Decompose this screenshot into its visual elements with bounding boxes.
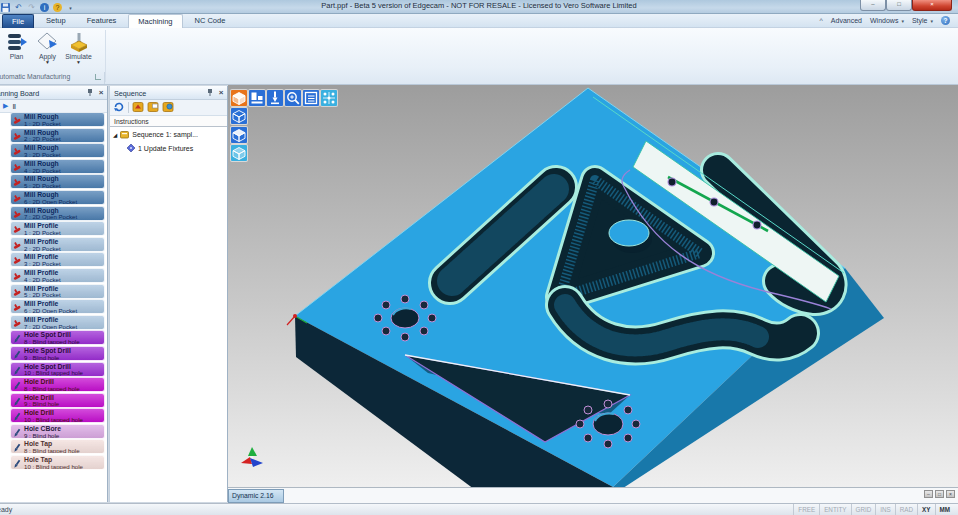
save-icon[interactable] bbox=[0, 2, 11, 13]
close-icon[interactable]: × bbox=[97, 88, 105, 97]
ribbon-tab-bar: FileSetupFeaturesMachiningNC Code ^ Adva… bbox=[0, 14, 958, 28]
planning-item[interactable]: Mill Rough3 : 2D Pocket bbox=[10, 143, 105, 158]
refresh-icon[interactable] bbox=[113, 99, 125, 117]
hidden-line-cube-icon[interactable] bbox=[231, 127, 247, 143]
machine-globe-icon[interactable] bbox=[162, 99, 174, 117]
machine-window-icon[interactable] bbox=[147, 99, 159, 117]
pause-icon[interactable]: ‖ bbox=[12, 103, 15, 110]
status-ready: Ready bbox=[0, 506, 12, 513]
title-bar[interactable]: ↶↷i?▾ Part.ppf - Beta 5 version of Edgec… bbox=[0, 0, 958, 14]
help-icon[interactable]: ? bbox=[52, 2, 63, 13]
planning-item[interactable]: Mill Profile7 : 2D Open Pocket bbox=[10, 315, 105, 330]
ribbon-group-label: Automatic Manufacturing bbox=[0, 73, 70, 80]
status-toggle-xy[interactable]: XY bbox=[917, 504, 934, 515]
planning-item[interactable]: Hole Spot Drill8 : Blind tapped hole bbox=[10, 330, 105, 345]
planning-item[interactable]: Hole Drill9 : Blind hole bbox=[10, 393, 105, 408]
dialog-launcher-icon[interactable] bbox=[95, 74, 101, 80]
tool-probe-icon[interactable] bbox=[267, 90, 283, 106]
sequence-tree-child[interactable]: 1 Update Fixtures bbox=[127, 144, 193, 152]
planning-item[interactable]: Hole Drill10 : Blind tapped hole bbox=[10, 408, 105, 423]
wireframe-cube-icon[interactable] bbox=[231, 108, 247, 124]
apply-button[interactable]: Apply▼ bbox=[33, 30, 62, 65]
planning-item[interactable]: Mill Rough2 : 2D Pocket bbox=[10, 128, 105, 143]
planning-item[interactable]: Hole Drill8 : Blind tapped hole bbox=[10, 377, 105, 392]
planning-item[interactable]: Mill Rough6 : 2D Open Pocket bbox=[10, 190, 105, 205]
mdi-restore-icon[interactable]: □ bbox=[935, 490, 944, 498]
planning-item[interactable]: Mill Profile6 : 2D Open Pocket bbox=[10, 299, 105, 314]
status-toggle-rad[interactable]: RAD bbox=[895, 504, 917, 515]
undo-icon[interactable]: ↶ bbox=[13, 2, 24, 13]
ribbon-group-automatic-manufacturing: Automatic Manufacturing bbox=[0, 72, 105, 84]
viewport-canvas[interactable] bbox=[228, 85, 958, 487]
simulate-button[interactable]: Simulate▼ bbox=[64, 30, 93, 65]
part-model[interactable] bbox=[228, 85, 958, 487]
planning-item[interactable]: Hole CBore9 : Blind hole bbox=[10, 424, 105, 439]
pin-icon[interactable] bbox=[206, 88, 214, 97]
view-tab-dynamic[interactable]: Dynamic 2.16 bbox=[228, 489, 284, 503]
close-icon[interactable]: × bbox=[217, 88, 225, 97]
viewport-tab-strip: Dynamic 2.16 –□× bbox=[228, 487, 958, 503]
sequence-child-label: 1 Update Fixtures bbox=[138, 145, 193, 152]
status-toggle-free[interactable]: FREE bbox=[793, 504, 819, 515]
planning-item[interactable]: Mill Rough7 : 2D Open Pocket bbox=[10, 206, 105, 221]
minimize-button[interactable]: – bbox=[860, 0, 886, 11]
pin-icon[interactable] bbox=[86, 88, 94, 97]
chevron-down-icon: ▾ bbox=[901, 18, 904, 24]
planning-item[interactable]: Mill Profile2 : 2D Pocket bbox=[10, 237, 105, 252]
help-icon[interactable]: ? bbox=[941, 16, 950, 25]
planning-item[interactable]: Mill Profile1 : 2D Pocket bbox=[10, 221, 105, 236]
zoom-window-icon[interactable] bbox=[285, 90, 301, 106]
info-icon[interactable]: i bbox=[39, 2, 50, 13]
planning-board-panel: Planning Board × ▶ ‖ Mill Rough1 : 2D Po… bbox=[0, 86, 108, 502]
planning-board-header[interactable]: Planning Board × bbox=[0, 86, 107, 100]
planning-item[interactable]: Mill Profile4 : 2D Pocket bbox=[10, 268, 105, 283]
close-button[interactable]: × bbox=[912, 0, 952, 11]
machine-setup-icon[interactable] bbox=[249, 90, 265, 106]
status-toggle-mm[interactable]: MM bbox=[935, 504, 955, 515]
planning-item[interactable]: Mill Profile5 : 2D Pocket bbox=[10, 284, 105, 299]
planning-item[interactable]: Mill Rough4 : 2D Pocket bbox=[10, 159, 105, 174]
run-icon[interactable]: ▶ bbox=[3, 102, 8, 110]
shaded-cube-icon[interactable] bbox=[231, 90, 247, 106]
minimize-ribbon-icon[interactable]: ^ bbox=[820, 17, 823, 24]
sequence-tree-root[interactable]: ◢ Sequence 1: sampl... bbox=[113, 130, 198, 139]
edgecam-window: ↶↷i?▾ Part.ppf - Beta 5 version of Edgec… bbox=[0, 0, 958, 515]
svg-text:?: ? bbox=[56, 4, 60, 11]
menu-advanced[interactable]: Advanced bbox=[831, 17, 862, 24]
status-toggle-grid[interactable]: GRID bbox=[851, 504, 876, 515]
tree-expander-icon[interactable]: ◢ bbox=[113, 132, 117, 138]
tab-setup[interactable]: Setup bbox=[37, 14, 75, 28]
sequence-root-label: Sequence 1: sampl... bbox=[132, 131, 198, 138]
mdi-close-icon[interactable]: × bbox=[946, 490, 955, 498]
tab-features[interactable]: Features bbox=[78, 14, 126, 28]
post-machine-icon[interactable] bbox=[132, 99, 144, 117]
menu-windows[interactable]: Windows bbox=[870, 17, 898, 24]
status-toggle-entity[interactable]: ENTITY bbox=[819, 504, 850, 515]
planning-item[interactable]: Hole Tap10 : Blind tapped hole bbox=[10, 455, 105, 470]
planning-item[interactable]: Hole Spot Drill10 : Blind tapped hole bbox=[10, 362, 105, 377]
planning-item[interactable]: Mill Rough5 : 2D Pocket bbox=[10, 174, 105, 189]
measure-points-icon[interactable] bbox=[321, 90, 337, 106]
planning-board-list: Mill Rough1 : 2D PocketMill Rough2 : 2D … bbox=[0, 112, 107, 502]
redo-icon[interactable]: ↷ bbox=[26, 2, 37, 13]
mdi-minimize-icon[interactable]: – bbox=[924, 490, 933, 498]
maximize-button[interactable]: □ bbox=[886, 0, 912, 11]
plan-button[interactable]: Plan bbox=[2, 30, 31, 65]
mdi-window-controls: –□× bbox=[924, 490, 955, 498]
tab-file[interactable]: File bbox=[2, 14, 34, 28]
tab-machining[interactable]: Machining bbox=[128, 14, 182, 28]
planning-item[interactable]: Mill Rough1 : 2D Pocket bbox=[10, 112, 105, 127]
translucent-cube-icon[interactable] bbox=[231, 145, 247, 161]
ribbon: PlanApply▼Simulate▼ Automatic Manufactur… bbox=[0, 28, 958, 85]
toolbar-dropdown-icon[interactable]: ▾ bbox=[65, 2, 76, 13]
planning-item[interactable]: Mill Profile3 : 2D Pocket bbox=[10, 252, 105, 267]
quick-access-toolbar: ↶↷i?▾ bbox=[0, 1, 76, 13]
status-toggle-ins[interactable]: INS bbox=[875, 504, 895, 515]
sequence-icon bbox=[120, 130, 129, 139]
display-list-icon[interactable] bbox=[303, 90, 319, 106]
planning-item[interactable]: Hole Tap8 : Blind tapped hole bbox=[10, 439, 105, 454]
tab-nc-code[interactable]: NC Code bbox=[186, 14, 235, 28]
planning-item[interactable]: Hole Spot Drill9 : Blind hole bbox=[10, 346, 105, 361]
menu-style[interactable]: Style bbox=[912, 17, 928, 24]
toolbar-separator bbox=[128, 102, 129, 113]
